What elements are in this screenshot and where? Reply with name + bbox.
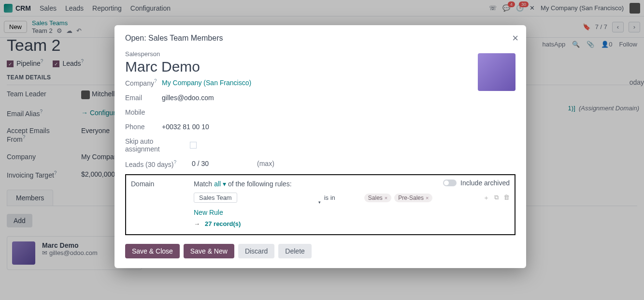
save-new-button[interactable]: Save & New (184, 244, 234, 258)
save-close-button[interactable]: Save & Close (125, 244, 180, 258)
m-email-label: Email (125, 94, 162, 102)
delete-rule-icon[interactable]: 🗑 (503, 194, 510, 202)
modal-sales-team-member: Open: Sales Team Members × Salesperson M… (114, 25, 526, 268)
m-company-label: Company (125, 79, 154, 87)
m-company-value[interactable]: My Company (San Francisco) (162, 79, 251, 87)
m-phone-value[interactable]: +0032 81 00 10 (162, 123, 209, 131)
tag-sales: Sales× (364, 194, 391, 202)
match-all-selector[interactable]: all ▾ (214, 180, 226, 188)
m-email-value[interactable]: gilles@odoo.com (162, 94, 214, 102)
discard-button[interactable]: Discard (238, 244, 274, 258)
leads30-max: (max) (257, 160, 274, 167)
salesperson-label: Salesperson (125, 50, 515, 58)
include-archived-label: Include archived (460, 179, 510, 187)
leads30-value[interactable]: 0 / 30 (192, 160, 209, 167)
branch-rule-icon[interactable]: ⧉ (494, 194, 499, 202)
leads30-label: Leads (30 days) (125, 160, 173, 168)
domain-editor: Domain Match all ▾ of the following rule… (125, 174, 515, 235)
new-rule-link[interactable]: New Rule (194, 209, 510, 216)
salesperson-avatar[interactable] (478, 53, 515, 91)
m-phone-label: Phone (125, 123, 162, 131)
modal-title: Open: Sales Team Members (125, 34, 515, 43)
tag-presales: Pre-Sales× (394, 194, 432, 202)
match-pre: Match (194, 180, 212, 188)
match-post: of the following rules: (228, 180, 292, 188)
tag-remove-icon[interactable]: × (426, 195, 429, 201)
domain-label: Domain (131, 180, 194, 188)
salesperson-name[interactable]: Marc Demo (125, 59, 515, 75)
close-icon[interactable]: × (512, 32, 518, 45)
skip-checkbox[interactable] (190, 142, 197, 149)
rule-operator[interactable]: ▾is in (324, 194, 335, 201)
rule-values[interactable]: Sales× Pre-Sales× (364, 194, 433, 202)
tag-remove-icon[interactable]: × (385, 195, 387, 201)
records-count[interactable]: 27 record(s) (205, 220, 241, 227)
add-rule-icon[interactable]: ＋ (483, 194, 489, 202)
delete-button[interactable]: Delete (278, 244, 311, 258)
m-mobile-label: Mobile (125, 108, 162, 116)
include-archived-toggle[interactable] (443, 180, 457, 186)
arrow-icon: → (194, 220, 200, 227)
rule-field[interactable]: Sales Team (194, 193, 237, 203)
skip-label: Skip auto assignment (125, 137, 187, 153)
